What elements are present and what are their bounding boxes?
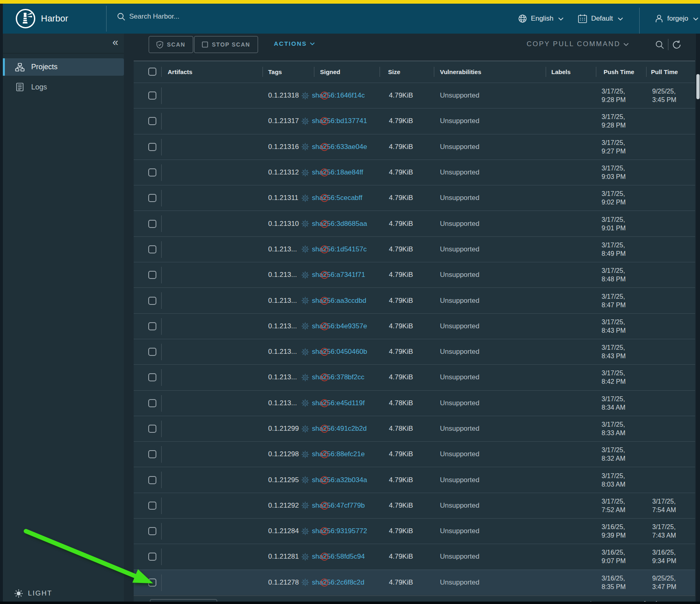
push-time-cell: 3/17/25,9:01 PM (602, 211, 626, 236)
user-menu[interactable]: forgejo (654, 14, 698, 23)
language-menu[interactable]: English (518, 14, 563, 23)
stop-scan-button[interactable]: STOP SCAN (194, 36, 258, 53)
push-time-cell: 3/17/25,8:34 AM (602, 391, 625, 416)
row-divider (161, 190, 162, 206)
size-cell: 4.79KiB (389, 365, 413, 390)
filter-search-icon[interactable] (655, 40, 665, 50)
table-row: sha256:aa3ccdbd 0.1.213... 4.79KiB Unsup… (134, 287, 695, 313)
row-divider (161, 472, 162, 488)
push-time-cell: 3/16/25,9:07 PM (602, 544, 626, 569)
table-row: sha256:633ae04e 0.1.21316 4.79KiB Unsupp… (134, 134, 695, 160)
helm-chart-icon (301, 544, 309, 569)
harbor-logo-icon[interactable] (15, 9, 36, 29)
row-checkbox[interactable] (148, 271, 156, 279)
size-cell: 4.79KiB (389, 544, 413, 569)
refresh-icon[interactable] (672, 40, 682, 50)
chevron-down-icon (558, 17, 563, 21)
vulnerabilities-cell: Unsupported (440, 365, 479, 390)
row-checkbox[interactable] (148, 553, 156, 561)
row-divider (161, 267, 162, 283)
brand-title[interactable]: Harbor (41, 13, 68, 24)
row-checkbox[interactable] (148, 143, 156, 151)
vulnerabilities-cell: Unsupported (440, 237, 479, 262)
row-divider (161, 318, 162, 335)
row-checkbox[interactable] (148, 297, 156, 305)
helm-chart-icon (301, 442, 309, 467)
registry-menu[interactable]: Default (577, 13, 623, 24)
push-time-cell: 3/17/25,8:43 PM (602, 339, 626, 364)
row-checkbox[interactable] (148, 220, 156, 228)
row-checkbox[interactable] (148, 194, 156, 202)
helm-chart-icon (301, 493, 309, 518)
column-header-push-time[interactable]: Push Time (604, 61, 634, 83)
sidebar-divider (3, 53, 124, 53)
pull-time-cell: 9/25/25,3:47 PM (652, 570, 677, 595)
row-divider (161, 241, 162, 258)
column-header-artifacts[interactable]: Artifacts (168, 61, 192, 83)
actions-dropdown-button[interactable]: ACTIONS (274, 40, 315, 47)
shield-check-icon (156, 41, 163, 49)
theme-toggle-light[interactable]: LIGHT (14, 589, 52, 598)
row-checkbox[interactable] (148, 450, 156, 458)
column-divider (161, 67, 162, 77)
toolbar-divider (668, 39, 668, 50)
row-checkbox[interactable] (148, 502, 156, 510)
harbor-app: Harbor English (0, 0, 700, 604)
helm-chart-icon (301, 288, 309, 313)
column-header-size[interactable]: Size (388, 61, 400, 83)
scan-button[interactable]: SCAN (149, 36, 193, 53)
row-checkbox[interactable] (148, 399, 156, 407)
row-checkbox[interactable] (148, 348, 156, 356)
column-header-tags[interactable]: Tags (268, 61, 282, 83)
sidebar-item-logs[interactable]: Logs (3, 79, 124, 95)
size-cell: 4.79KiB (389, 339, 413, 364)
artifacts-datagrid: Artifacts Tags Signed Size Vulnerabiliti… (134, 61, 695, 602)
global-search[interactable] (116, 12, 291, 21)
row-divider (161, 139, 162, 155)
sidebar-collapse-button[interactable]: « (113, 37, 118, 47)
table-row: sha256:0450460b 0.1.213... 4.79KiB Unsup… (134, 339, 695, 364)
row-checkbox[interactable] (148, 168, 156, 177)
push-time-cell: 3/17/25,8:48 PM (602, 262, 626, 287)
row-divider (161, 215, 162, 232)
artifact-digest-link[interactable]: sha256:18ae84ff (312, 168, 363, 177)
row-checkbox[interactable] (148, 245, 156, 253)
push-time-cell: 3/17/25,8:33 AM (602, 416, 625, 441)
table-row: sha256:18ae84ff 0.1.21312 4.79KiB Unsupp… (134, 160, 695, 185)
row-checkbox[interactable] (148, 527, 156, 535)
row-divider (161, 549, 162, 565)
copy-pull-command-button[interactable]: COPY PULL COMMAND (527, 40, 629, 48)
not-signed-icon (320, 160, 329, 185)
row-checkbox[interactable] (148, 117, 156, 125)
helm-chart-icon (301, 185, 309, 211)
tag-cell: 0.1.21310 (268, 211, 299, 236)
column-header-vulnerabilities[interactable]: Vulnerabilities (440, 61, 481, 83)
row-checkbox[interactable] (148, 91, 156, 100)
helm-chart-icon (301, 237, 309, 262)
row-divider (161, 369, 162, 386)
push-time-cell: 3/17/25,8:42 PM (602, 365, 626, 390)
not-signed-icon (320, 288, 329, 313)
push-time-cell: 3/17/25,8:32 AM (602, 442, 625, 467)
column-header-pull-time[interactable]: Pull Time (651, 61, 678, 83)
column-header-signed[interactable]: Signed (320, 61, 340, 83)
select-all-checkbox[interactable] (148, 68, 156, 76)
column-header-labels[interactable]: Labels (551, 61, 571, 83)
pull-time-cell: 3/17/25,7:43 AM (652, 519, 676, 544)
search-input[interactable] (129, 13, 291, 21)
sidebar-item-projects[interactable]: Projects (3, 58, 124, 76)
vulnerabilities-cell: Unsupported (440, 288, 479, 313)
size-cell: 4.78KiB (389, 391, 413, 416)
row-checkbox[interactable] (148, 322, 156, 330)
not-signed-icon (320, 570, 329, 595)
row-checkbox[interactable] (148, 425, 156, 433)
not-signed-icon (320, 134, 329, 160)
window-top-accent-bar (0, 0, 700, 4)
row-checkbox[interactable] (148, 578, 156, 587)
table-row: sha256:93195772 0.1.21284 4.79KiB Unsupp… (134, 518, 695, 544)
artifact-digest-link[interactable]: sha256:5cecabff (312, 194, 362, 202)
scrollbar-thumb[interactable] (696, 74, 700, 99)
row-checkbox[interactable] (148, 476, 156, 484)
row-checkbox[interactable] (148, 373, 156, 381)
column-divider (434, 67, 434, 77)
